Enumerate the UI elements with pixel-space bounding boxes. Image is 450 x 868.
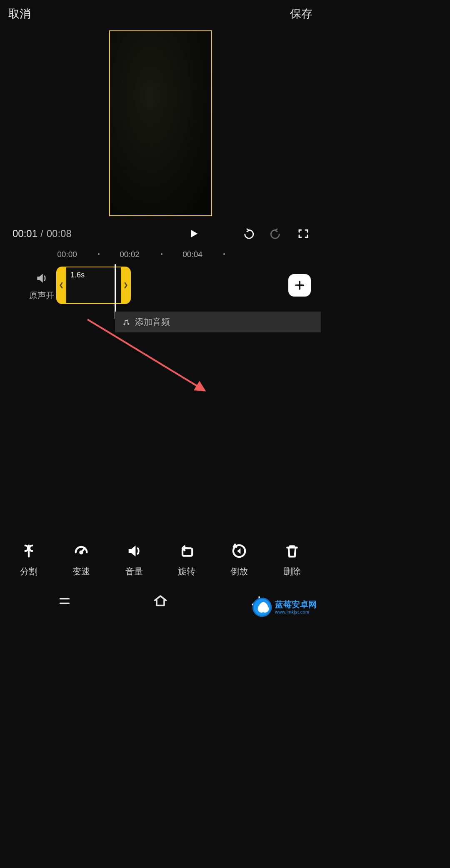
save-button[interactable]: 保存 xyxy=(290,6,312,21)
add-audio-track[interactable]: 添加音频 xyxy=(115,312,321,332)
volume-tool[interactable]: 音量 xyxy=(114,542,154,577)
fullscreen-button[interactable] xyxy=(297,227,310,240)
timeline-playhead[interactable] xyxy=(115,264,116,319)
speed-label: 变速 xyxy=(72,566,90,577)
delete-label: 删除 xyxy=(283,566,301,577)
split-icon xyxy=(18,542,39,560)
rotate-label: 旋转 xyxy=(178,566,195,577)
video-clip[interactable]: 1.6s xyxy=(56,267,131,304)
ruler-dot xyxy=(98,253,100,255)
ruler-label: 00:02 xyxy=(120,250,140,259)
cancel-button[interactable]: 取消 xyxy=(8,6,31,21)
ruler-label: 00:04 xyxy=(182,250,202,259)
svg-point-0 xyxy=(80,551,82,554)
volume-icon xyxy=(124,542,145,560)
music-icon xyxy=(122,318,130,326)
reverse-tool[interactable]: 倒放 xyxy=(219,542,259,577)
speed-icon xyxy=(71,542,92,560)
undo-button[interactable] xyxy=(238,227,257,241)
timeline-ruler[interactable]: 00:0000:0200:04 xyxy=(0,248,321,261)
add-clip-button[interactable] xyxy=(288,274,311,297)
time-total: 00:08 xyxy=(47,228,72,239)
nav-home-button[interactable] xyxy=(150,593,171,609)
clip-duration: 1.6s xyxy=(70,271,85,279)
original-sound-label: 原声开 xyxy=(29,290,54,301)
split-tool[interactable]: 分割 xyxy=(9,542,49,577)
play-button[interactable] xyxy=(187,227,201,241)
split-label: 分割 xyxy=(20,566,38,577)
reverse-label: 倒放 xyxy=(230,566,248,577)
delete-tool[interactable]: 删除 xyxy=(272,542,312,577)
speaker-icon xyxy=(34,272,49,285)
add-audio-label: 添加音频 xyxy=(135,316,170,328)
rotate-tool[interactable]: 旋转 xyxy=(167,542,207,577)
redo-button[interactable] xyxy=(268,227,286,241)
ruler-dot xyxy=(223,253,225,255)
clip-thumbnail: 1.6s xyxy=(66,267,121,303)
reverse-icon xyxy=(229,542,250,560)
ruler-dot xyxy=(161,253,162,255)
delete-icon xyxy=(282,542,302,560)
clip-handle-right[interactable] xyxy=(121,267,131,304)
time-current: 00:01 xyxy=(12,228,38,239)
volume-label: 音量 xyxy=(125,566,143,577)
time-separator: / xyxy=(40,228,43,239)
nav-menu-button[interactable] xyxy=(54,593,75,609)
rotate-icon xyxy=(176,542,197,560)
clip-handle-left[interactable] xyxy=(56,267,66,304)
ruler-label: 00:00 xyxy=(57,250,77,259)
speed-tool[interactable]: 变速 xyxy=(61,542,101,577)
video-preview[interactable] xyxy=(109,30,212,216)
nav-back-button[interactable] xyxy=(246,593,267,609)
original-sound-toggle[interactable]: 原声开 xyxy=(25,272,58,301)
